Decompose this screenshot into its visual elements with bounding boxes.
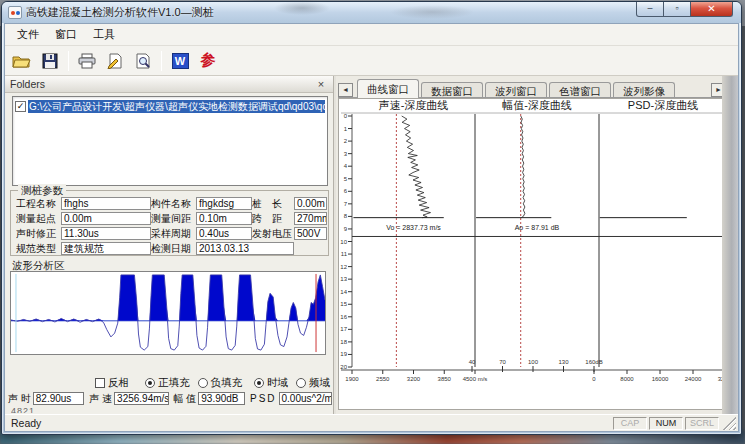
svg-text:PSD-深度曲线: PSD-深度曲线 bbox=[628, 99, 698, 111]
param-field-start[interactable]: 0.00m bbox=[61, 212, 151, 225]
sound-velocity-field[interactable]: 3256.94m/s bbox=[114, 392, 168, 405]
param-label: 桩 长 bbox=[252, 197, 294, 211]
time-domain-radio[interactable] bbox=[254, 378, 264, 388]
waveform-analysis-area[interactable] bbox=[10, 271, 326, 355]
svg-text:Vo = 2837.73 m/s: Vo = 2837.73 m/s bbox=[386, 224, 441, 231]
minimize-button[interactable]: – bbox=[636, 2, 664, 17]
depth-curves-chart[interactable]: 声速-深度曲线幅值-深度曲线PSD-深度曲线012345678910111213… bbox=[338, 98, 724, 410]
pile-params-grid: 工程名称 fhghs 构件名称 fhgkdsg 桩 长 0.00m 测量起点 0… bbox=[16, 196, 326, 256]
chart-panel: ◄ 曲线窗口 数据窗口 波列窗口 色谱窗口 波列影像 ► 声速-深度曲线幅值-深… bbox=[336, 76, 728, 414]
psd-field[interactable]: 0.00us^2/m bbox=[279, 392, 332, 405]
svg-text:4: 4 bbox=[344, 163, 348, 169]
param-field-voltage[interactable]: 500V bbox=[294, 227, 327, 240]
open-button[interactable] bbox=[9, 49, 35, 73]
param-field-test-date[interactable]: 2013.03.13 bbox=[196, 242, 294, 255]
menu-file[interactable]: 文件 bbox=[9, 24, 47, 45]
file-list-item[interactable]: ✓ G:\公司产品设计开发\超声仪器\超声仪实地检测数据调试qd\qd03\qd… bbox=[15, 99, 325, 113]
print-button[interactable] bbox=[74, 49, 100, 73]
title-bar[interactable]: 高铁建混凝土检测分析软件V1.0—测桩 bbox=[2, 2, 741, 23]
close-panel-icon[interactable]: × bbox=[314, 78, 328, 91]
svg-text:8: 8 bbox=[344, 213, 348, 219]
printer-icon bbox=[78, 53, 96, 69]
tab-data-window[interactable]: 数据窗口 bbox=[421, 82, 483, 98]
amplitude-label: 幅 值 bbox=[174, 392, 197, 406]
main-area: Folders × ✓ G:\公司产品设计开发\超声仪器\超声仪实地检测数据调试… bbox=[5, 76, 738, 414]
caps-indicator: CAP bbox=[613, 417, 647, 430]
document-pen-icon bbox=[107, 53, 123, 69]
param-label: 规范类型 bbox=[16, 242, 61, 256]
fill-positive-radio[interactable] bbox=[145, 378, 155, 388]
svg-text:2550: 2550 bbox=[376, 376, 390, 382]
svg-text:16: 16 bbox=[340, 314, 347, 320]
folders-header: Folders × bbox=[5, 76, 333, 93]
status-bar: Ready CAP NUM SCRL bbox=[5, 414, 738, 431]
param-field-time-correction[interactable]: 11.30us bbox=[61, 227, 151, 240]
invert-control: 反相 bbox=[95, 376, 129, 390]
sound-time-field[interactable]: 82.90us bbox=[33, 392, 85, 405]
word-icon: W bbox=[172, 53, 189, 69]
file-list[interactable]: ✓ G:\公司产品设计开发\超声仪器\超声仪实地检测数据调试qd\qd03\qd… bbox=[12, 96, 328, 186]
svg-text:3: 3 bbox=[344, 151, 348, 157]
svg-text:0: 0 bbox=[592, 376, 596, 382]
param-label: 测量间距 bbox=[151, 212, 196, 226]
maximize-button[interactable]: ▫ bbox=[664, 2, 691, 17]
param-field-sample-period[interactable]: 0.40us bbox=[196, 227, 252, 240]
param-field-spec-type[interactable]: 建筑规范 bbox=[61, 242, 151, 255]
parameters-button[interactable]: 参 bbox=[195, 49, 221, 73]
window-title: 高铁建混凝土检测分析软件V1.0—测桩 bbox=[26, 5, 214, 20]
freq-domain-control: 频域 bbox=[296, 376, 330, 390]
invert-checkbox[interactable] bbox=[95, 378, 105, 388]
tab-wavetrain-image[interactable]: 波列影像 bbox=[613, 82, 675, 98]
svg-text:4500 m/s: 4500 m/s bbox=[463, 376, 488, 382]
pile-params-group: 测桩参数 工程名称 fhghs 构件名称 fhgkdsg 桩 长 0.00m 测… bbox=[10, 190, 329, 256]
time-domain-control: 时域 bbox=[254, 376, 288, 390]
waveform-svg bbox=[11, 272, 325, 354]
svg-text:1900: 1900 bbox=[345, 376, 359, 382]
amplitude-field[interactable]: 93.90dB bbox=[198, 392, 245, 405]
param-label: 声时修正 bbox=[16, 227, 61, 241]
param-field-component-name[interactable]: fhgkdsg bbox=[196, 197, 252, 210]
export-button[interactable] bbox=[102, 49, 128, 73]
svg-text:100: 100 bbox=[528, 359, 539, 365]
param-field-span[interactable]: 270mm bbox=[294, 212, 327, 225]
fill-negative-radio[interactable] bbox=[198, 378, 208, 388]
readout-row: 声 时 82.90us 声 速 3256.94m/s 幅 值 93.90dB P… bbox=[8, 391, 332, 406]
tab-scroll-left-icon[interactable]: ◄ bbox=[338, 83, 353, 97]
close-button[interactable]: ✕ bbox=[691, 2, 733, 17]
svg-text:16000: 16000 bbox=[652, 376, 669, 382]
sound-time-label: 声 时 bbox=[8, 392, 31, 406]
tab-wavetrain-window[interactable]: 波列窗口 bbox=[485, 82, 547, 98]
svg-text:15: 15 bbox=[340, 301, 347, 307]
resize-grip[interactable] bbox=[722, 416, 736, 430]
svg-text:11: 11 bbox=[341, 251, 348, 257]
status-message: Ready bbox=[7, 417, 611, 429]
tab-curve-window[interactable]: 曲线窗口 bbox=[357, 79, 419, 98]
param-field-spacing[interactable]: 0.10m bbox=[196, 212, 252, 225]
freq-domain-radio[interactable] bbox=[296, 378, 306, 388]
fill-positive-control: 正填充 bbox=[145, 376, 190, 390]
menu-window[interactable]: 窗口 bbox=[47, 24, 85, 45]
file-checkbox[interactable]: ✓ bbox=[15, 101, 26, 112]
psd-label: PSD bbox=[250, 393, 277, 404]
param-field-project-name[interactable]: fhghs bbox=[61, 197, 151, 210]
svg-text:12: 12 bbox=[340, 264, 347, 270]
window-controls: – ▫ ✕ bbox=[636, 2, 733, 17]
preview-button[interactable] bbox=[130, 49, 156, 73]
depth-chart-svg: 声速-深度曲线幅值-深度曲线PSD-深度曲线012345678910111213… bbox=[339, 99, 724, 410]
svg-text:13: 13 bbox=[340, 276, 347, 282]
tab-spectrum-window[interactable]: 色谱窗口 bbox=[549, 82, 611, 98]
menu-tools[interactable]: 工具 bbox=[85, 24, 123, 45]
time-domain-label: 时域 bbox=[267, 376, 288, 390]
word-report-button[interactable]: W bbox=[167, 49, 193, 73]
svg-text:130: 130 bbox=[558, 359, 569, 365]
window-gutter bbox=[722, 76, 738, 414]
tabs: 曲线窗口 数据窗口 波列窗口 色谱窗口 波列影像 bbox=[357, 78, 677, 98]
app-window: 高铁建混凝土检测分析软件V1.0—测桩 – ▫ ✕ 文件 窗口 工具 bbox=[1, 1, 742, 435]
param-label: 工程名称 bbox=[16, 197, 61, 211]
svg-text:6: 6 bbox=[344, 188, 348, 194]
save-button[interactable] bbox=[37, 49, 63, 73]
param-field-pile-length[interactable]: 0.00m bbox=[294, 197, 327, 210]
svg-text:17: 17 bbox=[340, 326, 347, 332]
svg-text:1: 1 bbox=[344, 126, 348, 132]
svg-text:声速-深度曲线: 声速-深度曲线 bbox=[379, 99, 449, 111]
